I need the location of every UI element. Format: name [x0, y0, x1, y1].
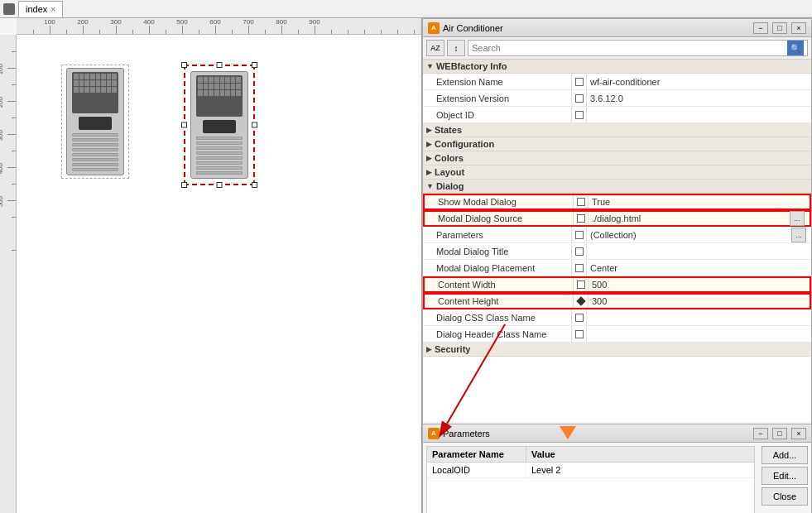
params-min-btn[interactable]: − [753, 428, 768, 439]
params-title-icon: A [428, 428, 440, 439]
row-dialog-css-class[interactable]: Dialog CSS Class Name [423, 309, 811, 326]
ruler-mark [248, 26, 249, 34]
params-table: Parameter Name Value LocalOID Level 2 [426, 446, 755, 513]
tab-close-btn[interactable]: × [50, 5, 55, 14]
search-input[interactable] [472, 43, 787, 53]
sort-order-button[interactable]: ↕ [447, 40, 465, 56]
row-check[interactable] [574, 278, 589, 291]
search-icon: 🔍 [790, 44, 800, 53]
row-check[interactable] [574, 212, 589, 225]
close-button[interactable]: × [791, 22, 806, 34]
row-dialog-header-class[interactable]: Dialog Header Class Name [423, 326, 811, 343]
section-label: WEBfactory Info [436, 61, 507, 71]
cell-param: LocalOID [427, 463, 526, 477]
section-security[interactable]: ▶ Security [423, 343, 811, 357]
handle-top[interactable] [217, 62, 223, 68]
row-modal-dialog-title[interactable]: Modal Dialog Title [423, 243, 811, 260]
section-colors[interactable]: ▶ Colors [423, 151, 811, 165]
ruler-mark [215, 26, 216, 34]
handle-right[interactable] [252, 122, 257, 128]
ac-grid-2 [196, 75, 243, 117]
row-check[interactable] [574, 295, 589, 308]
close-params-button[interactable]: Close [762, 487, 808, 506]
ac-unit-1[interactable] [66, 68, 124, 175]
row-content-width[interactable]: Content Width 500 [423, 276, 811, 293]
handle-br[interactable] [252, 182, 257, 188]
ac-display-2 [203, 120, 236, 133]
search-button[interactable]: 🔍 [787, 41, 804, 55]
row-content-height[interactable]: Content Height 300 [423, 293, 811, 309]
row-extension-version[interactable]: Extension Version 3.6.12.0 [423, 90, 811, 107]
canvas-area[interactable]: 100 200 300 400 500 600 700 800 900 [0, 18, 422, 513]
handle-left[interactable] [181, 122, 187, 128]
row-modal-dialog-source[interactable]: Modal Dialog Source ./dialog.html ... [423, 210, 811, 227]
row-check[interactable] [572, 326, 587, 342]
ruler-top: 100 200 300 400 500 600 700 800 900 [17, 18, 421, 35]
canvas-content[interactable] [17, 35, 421, 513]
section-arrow: ▼ [426, 182, 434, 190]
diamond-icon [576, 296, 585, 305]
section-arrow: ▼ [426, 62, 434, 70]
app-icon [3, 3, 15, 15]
row-extension-name[interactable]: Extension Name wf-air-conditioner [423, 74, 811, 90]
section-configuration[interactable]: ▶ Configuration [423, 137, 811, 151]
params-max-btn[interactable]: □ [772, 428, 787, 439]
ac-unit-2[interactable] [190, 71, 248, 179]
handle-bl[interactable] [181, 182, 187, 188]
ruler-mark [116, 26, 117, 34]
row-show-modal-dialog[interactable]: Show Modal Dialog True [423, 194, 811, 210]
dialog-titlebar: A Air Conditioner − □ × [423, 19, 811, 37]
minimize-button[interactable]: − [753, 22, 768, 34]
sort-az-button[interactable]: AZ [426, 40, 444, 56]
row-value: 3.6.12.0 [587, 93, 811, 103]
ac-display-1 [79, 117, 112, 130]
section-label: Dialog [436, 181, 464, 191]
row-check[interactable] [572, 309, 587, 325]
row-object-id[interactable]: Object ID [423, 107, 811, 123]
props-tree[interactable]: ▼ WEBfactory Info Extension Name wf-air-… [423, 60, 811, 439]
handle-tl[interactable] [181, 62, 187, 68]
edit-button[interactable]: Edit... [762, 467, 808, 485]
row-label: Modal Dialog Placement [423, 260, 572, 276]
row-modal-dialog-placement[interactable]: Modal Dialog Placement Center [423, 260, 811, 276]
section-arrow: ▶ [426, 126, 432, 134]
row-check[interactable] [574, 195, 589, 209]
sort-az-icon: AZ [430, 44, 440, 52]
col-value: Value [526, 447, 754, 462]
row-parameters[interactable]: Parameters (Collection) ... [423, 227, 811, 243]
section-dialog[interactable]: ▼ Dialog [423, 180, 811, 194]
section-label: Configuration [435, 139, 494, 149]
section-label: Layout [435, 167, 464, 177]
row-label: Extension Version [423, 90, 572, 106]
collection-btn[interactable]: ... [791, 228, 806, 242]
add-button[interactable]: Add... [762, 446, 808, 464]
ruler-mark [281, 26, 282, 34]
row-check[interactable] [572, 74, 587, 89]
properties-panel: A Air Conditioner − □ × AZ ↕ 🔍 [422, 18, 812, 513]
search-box[interactable]: 🔍 [468, 40, 808, 56]
row-check[interactable] [572, 243, 587, 259]
row-check[interactable] [572, 260, 587, 276]
section-webfactory-info[interactable]: ▼ WEBfactory Info [423, 60, 811, 74]
params-close-btn[interactable]: × [791, 428, 806, 439]
row-value: Center [587, 263, 811, 273]
section-states[interactable]: ▶ States [423, 123, 811, 137]
params-table-header: Parameter Name Value [427, 447, 754, 463]
row-check[interactable] [572, 227, 587, 242]
tab-index[interactable]: index × [18, 1, 63, 17]
ruler-mark [182, 26, 183, 34]
section-layout[interactable]: ▶ Layout [423, 165, 811, 180]
row-check[interactable] [572, 90, 587, 106]
params-row[interactable]: LocalOID Level 2 [427, 463, 754, 478]
maximize-button[interactable]: □ [772, 22, 787, 34]
section-arrow: ▶ [426, 154, 432, 162]
row-check[interactable] [572, 107, 587, 122]
row-value: 500 [589, 280, 810, 290]
browse-btn[interactable]: ... [790, 211, 805, 226]
handle-bottom[interactable] [217, 182, 223, 188]
handle-tr[interactable] [252, 62, 257, 68]
ruler-mark [50, 26, 50, 34]
row-label: Parameters [423, 227, 572, 242]
sort-order-icon: ↕ [454, 44, 459, 53]
arrow-annotation [547, 424, 613, 441]
